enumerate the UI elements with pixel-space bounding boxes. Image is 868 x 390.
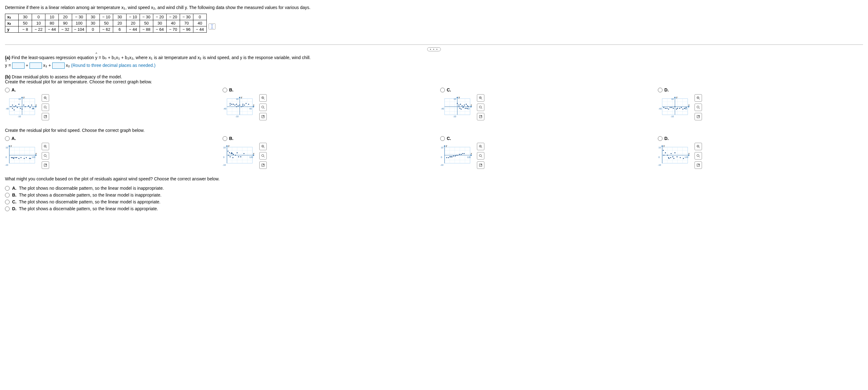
b0-input[interactable] xyxy=(12,62,25,69)
zoom-in-icon[interactable] xyxy=(42,143,49,150)
part-b-sub2: Create the residual plot for wind speed.… xyxy=(5,128,863,133)
zoom-reset-icon[interactable] xyxy=(477,103,484,111)
zoom-in-icon[interactable] xyxy=(477,143,484,150)
table-cell: 6 xyxy=(113,26,126,33)
svg-point-181 xyxy=(13,157,14,158)
svg-text:x: x xyxy=(688,152,689,155)
svg-point-228 xyxy=(240,156,241,157)
svg-marker-255 xyxy=(444,145,445,147)
svg-point-64 xyxy=(241,106,242,107)
zoom-in-icon[interactable] xyxy=(694,94,702,102)
svg-text:-40: -40 xyxy=(658,108,661,110)
svg-text:y: y xyxy=(10,144,12,147)
graph-option-b: B. yx10-100120 xyxy=(223,136,428,169)
svg-point-308 xyxy=(683,158,684,159)
zoom-reset-icon[interactable] xyxy=(42,152,49,159)
zoom-in-icon[interactable] xyxy=(259,94,267,102)
plus-1: + xyxy=(26,63,30,68)
svg-point-227 xyxy=(238,156,239,157)
svg-point-56 xyxy=(230,104,231,106)
zoom-in-icon[interactable] xyxy=(42,94,49,102)
svg-text:10: 10 xyxy=(441,147,443,149)
svg-text:-40: -40 xyxy=(441,108,444,110)
ellipsis-badge[interactable]: • • • xyxy=(5,47,863,51)
row-label: x₂ xyxy=(5,20,19,26)
svg-text:40: 40 xyxy=(685,108,687,110)
table-cell: 50 xyxy=(99,20,113,26)
svg-point-14 xyxy=(12,108,13,109)
zoom-in-icon[interactable] xyxy=(259,143,267,150)
answer-b-radio[interactable] xyxy=(5,193,10,198)
option-b-radio[interactable] xyxy=(223,88,227,92)
svg-point-305 xyxy=(674,152,675,153)
svg-point-185 xyxy=(21,157,22,158)
zoom-in-icon[interactable] xyxy=(694,143,702,150)
answer-c-radio[interactable] xyxy=(5,200,10,204)
svg-text:10: 10 xyxy=(18,98,21,100)
open-external-icon[interactable] xyxy=(42,113,49,120)
open-external-icon[interactable] xyxy=(259,113,267,120)
option-c-radio[interactable] xyxy=(440,136,445,141)
svg-line-81 xyxy=(264,108,265,109)
zoom-reset-icon[interactable] xyxy=(694,152,702,159)
part-a-label: (a) xyxy=(5,55,10,60)
zoom-reset-icon[interactable] xyxy=(694,103,702,111)
table-cell: − 64 xyxy=(153,26,166,33)
svg-marker-54 xyxy=(239,97,241,98)
zoom-reset-icon[interactable] xyxy=(259,103,267,111)
svg-line-77 xyxy=(264,98,265,99)
option-a-radio[interactable] xyxy=(5,136,10,141)
svg-point-262 xyxy=(455,155,456,156)
svg-point-137 xyxy=(663,107,664,108)
svg-point-66 xyxy=(243,106,243,107)
open-external-icon[interactable] xyxy=(42,161,49,169)
svg-line-163 xyxy=(699,108,700,109)
open-external-icon[interactable] xyxy=(477,161,484,169)
answer-a-radio[interactable] xyxy=(5,186,10,191)
zoom-reset-icon[interactable] xyxy=(42,103,49,111)
option-d-radio[interactable] xyxy=(658,88,662,92)
svg-point-25 xyxy=(28,106,29,107)
svg-point-229 xyxy=(243,153,244,154)
b2-input[interactable] xyxy=(52,62,65,69)
svg-point-139 xyxy=(666,108,668,109)
zoom-reset-icon[interactable] xyxy=(477,152,484,159)
option-d-radio[interactable] xyxy=(658,136,662,141)
option-a-radio[interactable] xyxy=(5,88,10,92)
svg-point-240 xyxy=(262,155,264,157)
answer-d-radio[interactable] xyxy=(5,207,10,211)
text-cursor-icon[interactable] xyxy=(209,23,215,30)
open-external-icon[interactable] xyxy=(694,113,702,120)
svg-text:-10: -10 xyxy=(440,164,443,166)
svg-point-217 xyxy=(228,155,229,155)
open-external-icon[interactable] xyxy=(477,113,484,120)
option-c-radio[interactable] xyxy=(440,88,445,92)
table-cell: 30 xyxy=(86,20,99,26)
svg-text:-40: -40 xyxy=(6,108,9,110)
svg-point-306 xyxy=(677,156,677,157)
zoom-reset-icon[interactable] xyxy=(259,152,267,159)
svg-point-295 xyxy=(663,150,664,151)
svg-point-26 xyxy=(30,107,30,108)
open-external-icon[interactable] xyxy=(694,161,702,169)
svg-point-55 xyxy=(230,103,231,104)
table-cell: 30 xyxy=(113,14,126,20)
zoom-in-icon[interactable] xyxy=(477,94,484,102)
svg-point-304 xyxy=(673,158,674,159)
option-b-radio[interactable] xyxy=(223,136,227,141)
svg-point-39 xyxy=(44,106,46,108)
svg-text:y: y xyxy=(228,144,229,147)
svg-text:x: x xyxy=(35,103,37,107)
b1-input[interactable] xyxy=(30,62,42,69)
svg-text:120: 120 xyxy=(32,156,35,158)
open-external-icon[interactable] xyxy=(259,161,267,169)
table-cell: 80 xyxy=(45,20,59,26)
svg-point-121 xyxy=(479,106,482,108)
svg-point-149 xyxy=(682,109,683,110)
table-cell: 100 xyxy=(72,20,86,26)
x1-label: x₁ + xyxy=(43,63,52,68)
part-a-eq-desc: = b₀ + b₁x₁ + b₂x₂, where x₁ is air temp… xyxy=(97,55,311,60)
svg-point-57 xyxy=(231,104,232,105)
svg-point-258 xyxy=(449,156,450,157)
svg-line-320 xyxy=(699,156,700,157)
